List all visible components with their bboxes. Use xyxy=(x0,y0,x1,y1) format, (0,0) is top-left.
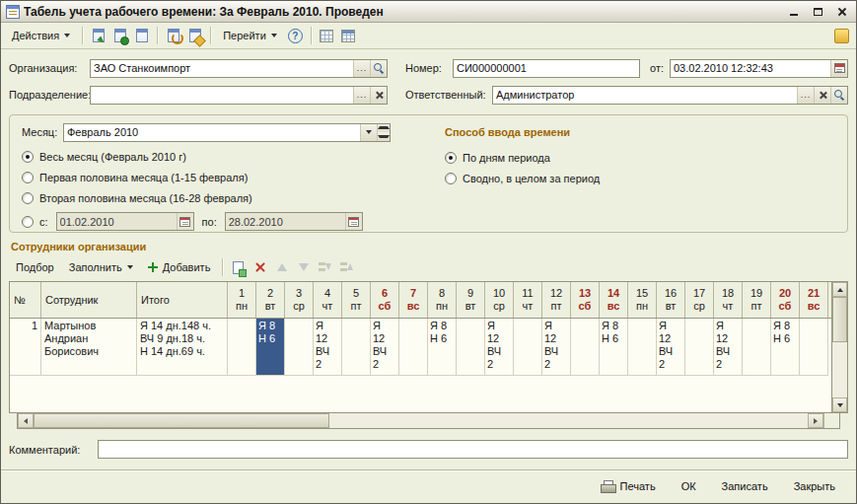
timesheet-cell-day-5[interactable] xyxy=(342,319,371,376)
comment-input[interactable] xyxy=(99,441,847,458)
close-window-button[interactable]: Закрыть xyxy=(783,476,846,496)
month-spin-down-button[interactable] xyxy=(378,132,390,141)
responsible-open-button[interactable] xyxy=(830,87,847,104)
responsible-input[interactable] xyxy=(493,87,797,104)
add-row-button[interactable]: Добавить xyxy=(141,257,218,277)
go-menu-button[interactable]: Перейти xyxy=(216,26,284,45)
fill-menu-button[interactable]: Заполнить xyxy=(62,257,140,277)
organization-input[interactable] xyxy=(91,60,353,77)
timesheet-cell-day-8[interactable]: Я 8 Н 6 xyxy=(428,319,457,376)
save-button[interactable]: Записать xyxy=(711,476,779,496)
radio-whole-month[interactable]: Весь месяц (Февраль 2010 г) xyxy=(22,151,186,163)
responsible-label: Ответственный: xyxy=(405,89,492,101)
month-label: Месяц: xyxy=(22,126,63,138)
timesheet-cell-day-12[interactable]: Я 12 ВЧ 2 xyxy=(542,319,571,376)
day-weekday: пт xyxy=(351,300,362,313)
timesheet-cell-day-17[interactable] xyxy=(685,319,714,376)
sort-descending-button[interactable] xyxy=(336,257,357,278)
timesheet-cell-day-4[interactable]: Я 12 ВЧ 2 xyxy=(314,319,342,376)
timesheet-cell-day-14[interactable]: Я 8 Н 6 xyxy=(600,319,628,376)
post-document-icon xyxy=(93,29,105,42)
month-dropdown-button[interactable] xyxy=(360,124,377,141)
timesheet-cell-day-16[interactable]: Я 12 ВЧ 2 xyxy=(657,319,685,376)
row-number-cell[interactable]: 1 xyxy=(10,319,41,376)
vertical-scroll-thumb[interactable] xyxy=(832,297,847,342)
timesheet-cell-day-1[interactable] xyxy=(228,319,256,376)
reread-icon xyxy=(168,29,179,42)
range-to-label: по: xyxy=(202,216,217,228)
department-input[interactable] xyxy=(91,87,353,104)
timesheet-report-button[interactable] xyxy=(317,26,337,46)
radio-first-half[interactable]: Первая половина месяца (1-15 февраля) xyxy=(22,172,248,183)
update-button[interactable] xyxy=(184,26,205,46)
radio-summary[interactable]: Сводно, в целом за период xyxy=(445,173,600,184)
table-empty-area xyxy=(10,376,831,412)
organization-open-button[interactable] xyxy=(370,60,387,77)
move-down-button[interactable] xyxy=(293,257,314,278)
timesheet-cell-day-7[interactable] xyxy=(399,319,428,376)
timesheet-cell-day-9[interactable] xyxy=(457,319,485,376)
day-number: 1 xyxy=(239,287,245,300)
post-document-button[interactable] xyxy=(88,26,108,46)
list-settings-button[interactable] xyxy=(338,26,359,46)
organization-select-button[interactable]: ... xyxy=(353,60,370,77)
timesheet-cell-day-2[interactable]: Я 8 Н 6 xyxy=(256,319,285,376)
copy-row-button[interactable] xyxy=(228,257,249,278)
scroll-up-icon xyxy=(837,288,843,292)
employee-total-cell[interactable]: Я 14 дн.148 ч. ВЧ 9 дн.18 ч. Н 14 дн.69 … xyxy=(137,319,228,376)
day-weekday: пн xyxy=(436,300,448,313)
responsible-select-button[interactable]: ... xyxy=(797,87,814,104)
timesheet-cell-day-15[interactable] xyxy=(628,319,657,376)
pick-button[interactable]: Подбор xyxy=(9,257,61,277)
copy-row-icon xyxy=(233,261,244,274)
number-input[interactable] xyxy=(454,60,639,77)
ok-button[interactable]: ОК xyxy=(671,476,707,496)
date-calendar-button[interactable] xyxy=(830,60,847,77)
day-header-4: 4чт xyxy=(314,282,342,318)
radio-by-days[interactable]: По дням периода xyxy=(445,152,550,164)
timesheet-cell-day-21[interactable] xyxy=(800,319,828,376)
print-button[interactable]: Печать xyxy=(590,476,667,496)
timesheet-cell-day-18[interactable]: Я 12 ВЧ 2 xyxy=(714,319,743,376)
scroll-right-button[interactable] xyxy=(808,413,823,428)
responsible-clear-button[interactable] xyxy=(814,87,830,104)
timesheet-cell-day-3[interactable] xyxy=(285,319,314,376)
delete-row-button[interactable] xyxy=(250,257,270,278)
range-from-calendar-button xyxy=(177,213,193,230)
sort-ascending-button[interactable] xyxy=(315,257,335,278)
horizontal-scroll-thumb[interactable] xyxy=(34,413,329,428)
move-up-button[interactable] xyxy=(271,257,292,278)
month-input[interactable] xyxy=(64,124,360,141)
timesheet-cell-day-13[interactable] xyxy=(571,319,600,376)
timesheet-cell-day-20[interactable]: Я 8 Н 6 xyxy=(771,319,800,376)
scroll-up-button[interactable] xyxy=(832,282,847,297)
actions-menu-button[interactable]: Действия xyxy=(5,26,77,45)
write-document-button[interactable] xyxy=(109,26,130,46)
employee-name-cell[interactable]: Мартынов Андриан Борисович xyxy=(41,319,137,376)
maximize-button[interactable] xyxy=(808,3,827,20)
day-weekday: пт xyxy=(751,300,762,313)
timesheet-cell-day-19[interactable] xyxy=(743,319,771,376)
radio-second-half[interactable]: Вторая половина месяца (16-28 февраля) xyxy=(22,192,252,204)
reread-button[interactable] xyxy=(163,26,183,46)
month-spin-up-button[interactable] xyxy=(378,124,390,133)
scroll-right-icon xyxy=(814,418,818,424)
date-input[interactable] xyxy=(671,60,830,77)
help-button[interactable]: ? xyxy=(285,26,306,46)
timesheet-cell-day-11[interactable] xyxy=(514,319,542,376)
timesheet-cell-day-10[interactable]: Я 12 ВЧ 2 xyxy=(485,319,514,376)
timesheet-cell-day-6[interactable]: Я 12 ВЧ 2 xyxy=(371,319,399,376)
employees-toolbar: Подбор Заполнить Добавить xyxy=(1,254,856,280)
spin-down-icon xyxy=(378,135,390,138)
radio-custom-range[interactable]: с: xyxy=(22,216,48,228)
day-header-7: 7вс xyxy=(399,282,428,318)
hint-button[interactable] xyxy=(831,26,852,46)
document-form-button[interactable] xyxy=(131,26,152,46)
spin-up-icon xyxy=(378,126,390,129)
close-button[interactable] xyxy=(831,3,851,20)
minimize-button[interactable] xyxy=(784,3,804,20)
scroll-down-button[interactable] xyxy=(832,397,847,412)
scroll-left-button[interactable] xyxy=(18,413,34,428)
department-select-button[interactable]: ... xyxy=(353,87,370,104)
department-clear-button[interactable] xyxy=(370,87,387,104)
